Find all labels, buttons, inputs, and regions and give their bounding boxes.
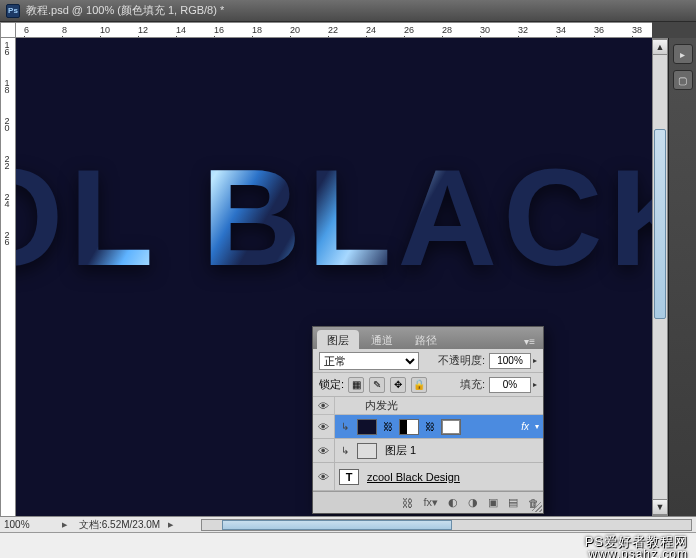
ruler-tick: 14 — [176, 25, 186, 35]
ruler-tick: 8 — [62, 25, 67, 35]
link-icon[interactable]: ⛓ — [425, 421, 435, 432]
new-layer-icon[interactable]: ▤ — [508, 496, 518, 509]
fx-indicator[interactable]: fx — [521, 421, 529, 432]
ruler-tick: 24 — [2, 192, 12, 206]
vector-mask-thumb-icon[interactable] — [441, 419, 461, 435]
clip-indicator-icon: ↳ — [341, 445, 349, 456]
panel-menu-icon[interactable]: ▾≡ — [520, 334, 539, 349]
docinfo-menu-icon[interactable]: ▶ — [168, 521, 173, 529]
ruler-tick: 12 — [138, 25, 148, 35]
ruler-tick: 28 — [442, 25, 452, 35]
panel-footer: ⛓ fx▾ ◐ ◑ ▣ ▤ 🗑 — [313, 491, 543, 513]
document-info[interactable]: 文档:6.52M/23.0M — [79, 518, 160, 532]
canvas-text-effect: OL BLACK OL BLACK — [16, 138, 652, 297]
ruler-tick: 22 — [2, 154, 12, 168]
ruler-tick: 38 — [632, 25, 642, 35]
layer-name[interactable]: 图层 1 — [385, 443, 416, 458]
effect-label: 内发光 — [365, 398, 398, 413]
panel-tabs: 图层 通道 路径 ▾≡ — [313, 327, 543, 349]
lock-buttons: ▦ ✎ ✥ 🔒 — [348, 377, 429, 393]
layer-thumb-icon[interactable] — [357, 443, 377, 459]
ruler-tick: 20 — [290, 25, 300, 35]
ruler-tick: 10 — [100, 25, 110, 35]
layer-name[interactable]: zcool Black Design — [367, 471, 460, 483]
layer-layer1[interactable]: 👁 ↳ 图层 1 — [313, 439, 543, 463]
screen-mode-icon[interactable]: ▢ — [673, 70, 693, 90]
link-icon[interactable]: ⛓ — [383, 421, 393, 432]
visibility-toggle-icon[interactable]: 👁 — [313, 397, 335, 414]
ruler-tick: 6 — [24, 25, 29, 35]
ruler-tick: 16 — [214, 25, 224, 35]
effect-row-innerglow[interactable]: 👁 内发光 — [313, 397, 543, 415]
lock-position-icon[interactable]: ✥ — [390, 377, 406, 393]
panel-resize-handle[interactable] — [532, 502, 542, 512]
fx-toggle-icon[interactable]: ▾ — [535, 422, 539, 431]
status-bar: 100% ▶ 文档:6.52M/23.0M ▶ — [0, 516, 696, 532]
ruler-tick: 26 — [404, 25, 414, 35]
visibility-toggle-icon[interactable]: 👁 — [313, 415, 335, 438]
scroll-down-arrow-icon[interactable]: ▼ — [653, 499, 667, 515]
ruler-horizontal[interactable]: 6 8 10 12 14 16 18 20 22 24 26 28 30 32 … — [16, 22, 652, 38]
title-bar: Ps 教程.psd @ 100% (颜色填充 1, RGB/8) * — [0, 0, 696, 22]
layer-text-zcool[interactable]: 👁 T zcool Black Design — [313, 463, 543, 491]
ruler-tick: 24 — [366, 25, 376, 35]
ruler-tick: 34 — [556, 25, 566, 35]
type-layer-icon[interactable]: T — [339, 469, 359, 485]
app-icon: Ps — [6, 4, 20, 18]
ruler-tick: 18 — [252, 25, 262, 35]
tab-layers[interactable]: 图层 — [317, 330, 359, 349]
opacity-label: 不透明度: — [438, 353, 485, 368]
zoom-level[interactable]: 100% — [4, 519, 54, 530]
layer-style-icon[interactable]: fx▾ — [423, 496, 438, 509]
ruler-tick: 20 — [2, 116, 12, 130]
ruler-tick: 22 — [328, 25, 338, 35]
lock-label: 锁定: — [319, 377, 344, 392]
panel-toggle-column: ▸ ▢ — [668, 38, 696, 516]
ruler-vertical[interactable]: 16 18 20 22 24 26 — [0, 38, 16, 516]
canvas-text-shine: OL BLACK — [16, 138, 652, 297]
ruler-tick: 32 — [518, 25, 528, 35]
tab-channels[interactable]: 通道 — [361, 330, 403, 349]
fill-arrow-icon[interactable]: ▸ — [533, 380, 537, 389]
blend-mode-select[interactable]: 正常 — [319, 352, 419, 370]
group-icon[interactable]: ▣ — [488, 496, 498, 509]
horizontal-scrollbar[interactable] — [201, 519, 692, 531]
lock-fill-row: 锁定: ▦ ✎ ✥ 🔒 填充: 0% ▸ — [313, 373, 543, 397]
watermark-line2: www.psahz.com — [585, 548, 688, 558]
layer-mask-thumb-icon[interactable] — [399, 419, 419, 435]
lock-pixels-icon[interactable]: ✎ — [369, 377, 385, 393]
vertical-scrollbar[interactable]: ▲ ▼ — [652, 38, 668, 516]
lock-all-icon[interactable]: 🔒 — [411, 377, 427, 393]
ruler-tick: 36 — [594, 25, 604, 35]
tab-paths[interactable]: 路径 — [405, 330, 447, 349]
blend-opacity-row: 正常 不透明度: 100% ▸ — [313, 349, 543, 373]
document-title: 教程.psd @ 100% (颜色填充 1, RGB/8) * — [26, 3, 224, 18]
visibility-toggle-icon[interactable]: 👁 — [313, 463, 335, 490]
layer-color-fill-1[interactable]: 👁 ↳ ⛓ ⛓ fx ▾ — [313, 415, 543, 439]
fill-value[interactable]: 0% — [489, 377, 531, 393]
ruler-origin[interactable] — [0, 22, 16, 38]
expand-panels-icon[interactable]: ▸ — [673, 44, 693, 64]
clip-indicator-icon: ↳ — [341, 421, 349, 432]
ruler-tick: 30 — [480, 25, 490, 35]
opacity-arrow-icon[interactable]: ▸ — [533, 356, 537, 365]
link-layers-icon[interactable]: ⛓ — [402, 497, 413, 509]
adjustment-layer-icon[interactable]: ◑ — [468, 496, 478, 509]
zoom-menu-icon[interactable]: ▶ — [62, 521, 67, 529]
layer-list: 👁 内发光 👁 ↳ ⛓ ⛓ fx ▾ 👁 ↳ 图层 1 👁 T zcool Bl… — [313, 397, 543, 491]
visibility-toggle-icon[interactable]: 👁 — [313, 439, 335, 462]
ruler-tick: 16 — [2, 40, 12, 54]
layers-panel[interactable]: 图层 通道 路径 ▾≡ 正常 不透明度: 100% ▸ 锁定: ▦ ✎ ✥ 🔒 … — [312, 326, 544, 514]
lock-transparent-icon[interactable]: ▦ — [348, 377, 364, 393]
scroll-up-arrow-icon[interactable]: ▲ — [653, 39, 667, 55]
watermark: PS爱好者教程网 www.psahz.com — [585, 536, 688, 558]
layer-mask-icon[interactable]: ◐ — [448, 496, 458, 509]
scroll-thumb[interactable] — [222, 520, 452, 530]
fill-label: 填充: — [460, 377, 485, 392]
opacity-value[interactable]: 100% — [489, 353, 531, 369]
scroll-thumb[interactable] — [654, 129, 666, 319]
layer-thumb-icon[interactable] — [357, 419, 377, 435]
ruler-tick: 26 — [2, 230, 12, 244]
ruler-tick: 18 — [2, 78, 12, 92]
